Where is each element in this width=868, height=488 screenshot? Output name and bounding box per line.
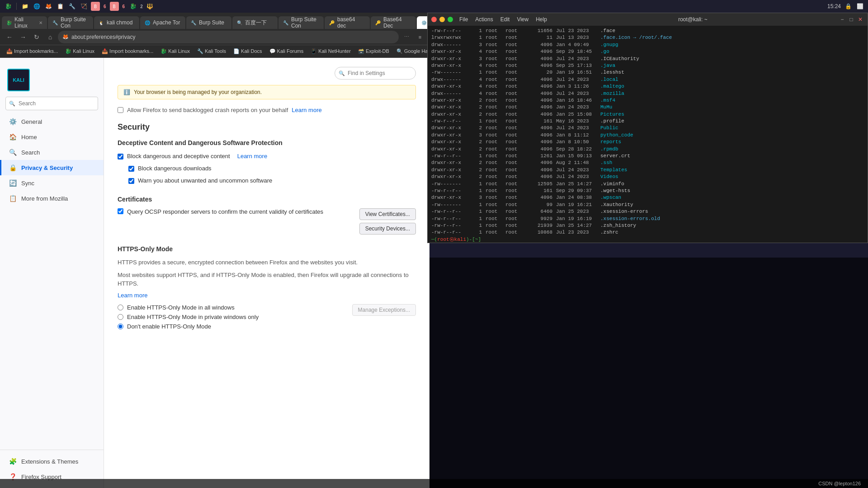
minimize-icon[interactable]: ⬜ bbox=[855, 2, 864, 11]
tab-base64-1[interactable]: 🔑 base64 dec bbox=[325, 16, 370, 29]
sidebar-item-extensions[interactable]: 🧩 Extensions & Themes bbox=[0, 454, 104, 469]
terminal-win-close[interactable]: ✕ bbox=[857, 16, 864, 23]
query-ocsp-checkbox[interactable] bbox=[118, 208, 123, 214]
terminal-menu-view[interactable]: View bbox=[517, 16, 528, 23]
sidebar-item-general[interactable]: ⚙️ General bbox=[0, 114, 104, 129]
files-icon[interactable]: 📁 bbox=[20, 2, 29, 11]
terminal-maximize-btn[interactable] bbox=[448, 17, 453, 22]
manage-exceptions-button[interactable]: Manage Exceptions... bbox=[352, 304, 416, 316]
sidebar-item-home[interactable]: 🏠 Home bbox=[0, 129, 104, 145]
terminal-win-maximize[interactable]: □ bbox=[848, 16, 855, 23]
terminal-menu-help[interactable]: Help bbox=[536, 16, 547, 23]
burp-icon2[interactable]: B bbox=[110, 2, 119, 11]
tab-burp1[interactable]: 🔧 Burp Suite Con bbox=[48, 16, 93, 29]
forward-button[interactable]: → bbox=[17, 31, 29, 43]
bookmark-import1[interactable]: 📥 Import bookmarks... bbox=[4, 47, 61, 55]
tab-close-kali[interactable]: ✕ bbox=[39, 20, 42, 25]
sidebar-item-mozilla[interactable]: 📋 More from Mozilla bbox=[0, 191, 104, 206]
terminal-file-row: drwxr-xr-x 4 root root 4096 Sep 25 17:13… bbox=[431, 62, 864, 69]
terminal-user: root㉿kali bbox=[437, 237, 466, 242]
crash-learn-more-link[interactable]: Learn more bbox=[292, 107, 321, 113]
block-dangerous-checkbox[interactable] bbox=[118, 154, 123, 160]
terminal-menu-actions[interactable]: Actions bbox=[475, 16, 493, 23]
back-button[interactable]: ← bbox=[4, 31, 15, 43]
kali-menu-icon[interactable]: 🐉 bbox=[4, 2, 13, 11]
crash-reports-checkbox[interactable] bbox=[118, 107, 123, 113]
extra-icon[interactable]: 🔱 bbox=[146, 2, 155, 11]
nav-extra2[interactable]: ≡ bbox=[414, 31, 426, 43]
firefox-icon[interactable]: 🦊 bbox=[44, 2, 53, 11]
term-perms: -rw-r--r-- bbox=[431, 222, 472, 229]
term-count: 2 bbox=[474, 104, 482, 111]
terminal-menu-edit[interactable]: Edit bbox=[500, 16, 510, 23]
warn-unwanted-checkbox[interactable] bbox=[128, 178, 134, 184]
tab-kali-chmod[interactable]: 🐧 kali chmod bbox=[94, 16, 139, 29]
arrow-icon[interactable]: 🏹 bbox=[79, 2, 88, 11]
tab-kali-linux[interactable]: 🐉 Kali Linux ✕ bbox=[2, 16, 47, 29]
org-banner: ℹ️ Your browser is being managed by your… bbox=[118, 85, 416, 99]
mozilla-icon: 📋 bbox=[9, 194, 17, 202]
terminal-menu-file[interactable]: File bbox=[459, 16, 468, 23]
term-filename: Templates bbox=[600, 167, 627, 174]
sidebar-search-input[interactable] bbox=[5, 97, 98, 110]
tools-icon[interactable]: 🔧 bbox=[67, 2, 76, 11]
terminal-file-row: drwxr-xr-x 2 root root 4096 Jan 24 2023 … bbox=[431, 104, 864, 111]
block-downloads-checkbox[interactable] bbox=[128, 166, 134, 172]
terminal-win-minimize[interactable]: − bbox=[839, 16, 846, 23]
block-dangerous-link[interactable]: Learn more bbox=[237, 153, 267, 160]
https-option3-radio[interactable] bbox=[118, 324, 123, 329]
term-count: 2 bbox=[474, 111, 482, 118]
terminal-close-btn[interactable] bbox=[431, 17, 437, 22]
reload-button[interactable]: ↻ bbox=[31, 31, 42, 43]
view-certificates-button[interactable]: View Certificates... bbox=[359, 208, 416, 220]
terminal-content[interactable]: -rw-r--r-- 1 root root 11656 Jul 23 2023… bbox=[428, 26, 868, 243]
tab-base64-2[interactable]: 🔑 Base64 Dec bbox=[371, 16, 416, 29]
term-perms: drwx------ bbox=[431, 90, 472, 97]
tab-baidu[interactable]: 🔍 百度一下 bbox=[232, 16, 278, 29]
term-date: Aug 2 11:48 bbox=[556, 160, 597, 166]
home-button[interactable]: ⌂ bbox=[44, 31, 56, 43]
term-size: 4096 bbox=[525, 194, 552, 201]
term-group: root bbox=[505, 188, 522, 194]
firefox-url-icon: 🦊 bbox=[62, 34, 69, 40]
dragon-icon2[interactable]: 🐉 bbox=[128, 2, 137, 11]
bookmark-kali2[interactable]: 🐉 Kali Linux bbox=[158, 47, 193, 55]
term-date: Jul 23 2023 bbox=[556, 229, 597, 236]
burp-icon1[interactable]: B bbox=[91, 2, 100, 11]
bookmark-google-hacking[interactable]: 🔍 Google Hacking D bbox=[394, 47, 429, 55]
term-size: 4096 bbox=[525, 83, 552, 90]
terminal-titlebar: File Actions Edit View Help root@kali: ~… bbox=[428, 13, 868, 26]
term-date: Jan 3 11:26 bbox=[556, 83, 597, 90]
bookmark-exploit-db[interactable]: 🗃️ Exploit-DB bbox=[355, 47, 392, 55]
sidebar-item-search[interactable]: 🔍 Search bbox=[0, 145, 104, 160]
nav-extra1[interactable]: ⋯ bbox=[401, 31, 412, 43]
bookmark-kali-tools[interactable]: 🔧 Kali Tools bbox=[194, 47, 229, 55]
tab-favicon-chmod: 🐧 bbox=[99, 20, 104, 25]
org-banner-text: Your browser is being managed by your or… bbox=[134, 89, 262, 95]
bookmark-kali-nethunter[interactable]: 📱 Kali NetHunter bbox=[308, 47, 354, 55]
term-owner: root bbox=[486, 125, 502, 131]
sidebar-item-sync[interactable]: 🔄 Sync bbox=[0, 175, 104, 191]
https-learn-more-link[interactable]: Learn more bbox=[118, 292, 416, 299]
lock-icon[interactable]: 🔒 bbox=[844, 2, 853, 11]
term-owner: root bbox=[486, 42, 502, 48]
sidebar-search-area[interactable]: 🔍 bbox=[5, 97, 98, 110]
terminal-minimize-btn[interactable] bbox=[439, 17, 445, 22]
https-option1-radio[interactable] bbox=[118, 305, 123, 310]
bookmark-kali1[interactable]: 🐉 Kali Linux bbox=[62, 47, 97, 55]
security-devices-button[interactable]: Security Devices... bbox=[359, 223, 416, 235]
browser-icon[interactable]: 🌐 bbox=[32, 2, 41, 11]
https-option2-radio[interactable] bbox=[118, 314, 123, 320]
url-bar[interactable]: 🦊 about:preferences#privacy bbox=[58, 31, 399, 43]
find-in-settings-input[interactable] bbox=[335, 67, 416, 80]
bookmark-import2[interactable]: 📥 Import bookmarks... bbox=[99, 47, 156, 55]
tab-burp3[interactable]: 🔧 Burp Suite Con bbox=[278, 16, 324, 29]
bookmark-kali-docs[interactable]: 📄 Kali Docs bbox=[231, 47, 265, 55]
tab-burp2[interactable]: 🔧 Burp Suite bbox=[186, 16, 231, 29]
sidebar-item-privacy[interactable]: 🔒 Privacy & Security bbox=[0, 160, 104, 175]
term-group: root bbox=[505, 28, 522, 34]
tab-apache[interactable]: 🌐 Apache Tor bbox=[140, 16, 185, 29]
term-group: root bbox=[505, 202, 522, 208]
bookmark-kali-forums[interactable]: 💬 Kali Forums bbox=[267, 47, 307, 55]
clipboard-icon[interactable]: 📋 bbox=[56, 2, 65, 11]
